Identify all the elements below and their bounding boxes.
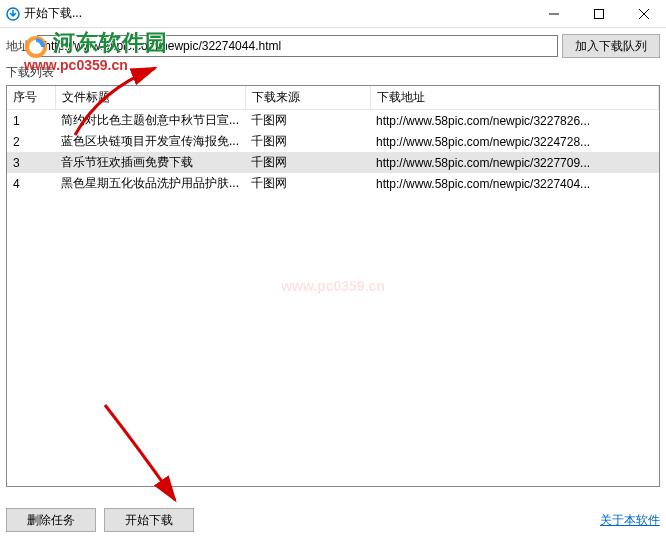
svg-rect-2 — [594, 9, 603, 18]
cell-url: http://www.58pic.com/newpic/3224728... — [370, 131, 659, 152]
address-label: 地址: — [6, 38, 33, 55]
table-row[interactable]: 1简约对比色主题创意中秋节日宣...千图网http://www.58pic.co… — [7, 110, 659, 132]
start-download-button[interactable]: 开始下载 — [104, 508, 194, 532]
add-to-queue-button[interactable]: 加入下载队列 — [562, 34, 660, 58]
delete-task-button[interactable]: 删除任务 — [6, 508, 96, 532]
table-row[interactable]: 4黑色星期五化妆品洗护用品护肤...千图网http://www.58pic.co… — [7, 173, 659, 194]
cell-source: 千图网 — [245, 173, 370, 194]
cell-seq: 4 — [7, 173, 55, 194]
app-icon — [6, 7, 20, 21]
col-header-seq[interactable]: 序号 — [7, 86, 55, 110]
table-row[interactable]: 2蓝色区块链项目开发宣传海报免...千图网http://www.58pic.co… — [7, 131, 659, 152]
window-controls — [531, 0, 666, 28]
center-watermark: www.pc0359.cn — [281, 278, 385, 294]
cell-url: http://www.58pic.com/newpic/3227404... — [370, 173, 659, 194]
list-label: 下载列表 — [6, 64, 660, 81]
titlebar: 开始下载... — [0, 0, 666, 28]
col-header-source[interactable]: 下载来源 — [245, 86, 370, 110]
about-link[interactable]: 关于本软件 — [600, 512, 660, 529]
cell-source: 千图网 — [245, 110, 370, 132]
col-header-title[interactable]: 文件标题 — [55, 86, 245, 110]
close-button[interactable] — [621, 0, 666, 28]
cell-url: http://www.58pic.com/newpic/3227709... — [370, 152, 659, 173]
cell-source: 千图网 — [245, 131, 370, 152]
address-row: 地址: 加入下载队列 — [0, 28, 666, 64]
bottom-row: 删除任务 开始下载 关于本软件 — [6, 508, 660, 532]
cell-source: 千图网 — [245, 152, 370, 173]
cell-title: 音乐节狂欢插画免费下载 — [55, 152, 245, 173]
cell-title: 蓝色区块链项目开发宣传海报免... — [55, 131, 245, 152]
cell-title: 黑色星期五化妆品洗护用品护肤... — [55, 173, 245, 194]
cell-seq: 3 — [7, 152, 55, 173]
table-row[interactable]: 3音乐节狂欢插画免费下载千图网http://www.58pic.com/newp… — [7, 152, 659, 173]
cell-title: 简约对比色主题创意中秋节日宣... — [55, 110, 245, 132]
cell-seq: 2 — [7, 131, 55, 152]
minimize-button[interactable] — [531, 0, 576, 28]
address-input[interactable] — [37, 35, 558, 57]
download-table-container: 序号 文件标题 下载来源 下载地址 1简约对比色主题创意中秋节日宣...千图网h… — [6, 85, 660, 487]
maximize-button[interactable] — [576, 0, 621, 28]
titlebar-text: 开始下载... — [24, 5, 531, 22]
download-table[interactable]: 序号 文件标题 下载来源 下载地址 1简约对比色主题创意中秋节日宣...千图网h… — [7, 86, 659, 194]
col-header-url[interactable]: 下载地址 — [370, 86, 659, 110]
cell-url: http://www.58pic.com/newpic/3227826... — [370, 110, 659, 132]
cell-seq: 1 — [7, 110, 55, 132]
